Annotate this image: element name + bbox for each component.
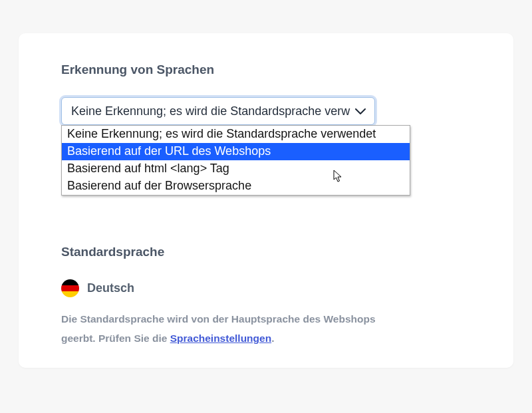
heading-default-language: Standardsprache [61, 245, 471, 259]
select-displayed-value: Keine Erkennung; es wird die Standardspr… [71, 104, 350, 118]
help-text: Die Standardsprache wird von der Hauptsp… [61, 309, 471, 348]
link-language-settings[interactable]: Spracheinstellungen [170, 333, 271, 344]
help-text-line1: Die Standardsprache wird von der Hauptsp… [61, 313, 376, 325]
settings-card: Erkennung von Sprachen Keine Erkennung; … [19, 33, 513, 368]
dropdown-option-browser[interactable]: Basierend auf der Browsersprache [62, 178, 410, 195]
dropdown-option-none[interactable]: Keine Erkennung; es wird die Standardspr… [62, 126, 410, 143]
heading-language-detection: Erkennung von Sprachen [61, 63, 471, 77]
default-language-label: Deutsch [87, 281, 134, 295]
select-wrap: Keine Erkennung; es wird die Standardspr… [61, 97, 375, 125]
help-text-line2b: . [271, 333, 274, 344]
default-language-row: Deutsch [61, 279, 471, 297]
dropdown-option-html-lang[interactable]: Basierend auf html <lang> Tag [62, 160, 410, 178]
dropdown-option-url[interactable]: Basierend auf der URL des Webshops [62, 143, 410, 160]
language-detection-dropdown: Keine Erkennung; es wird die Standardspr… [61, 125, 410, 196]
default-language-section: Standardsprache Deutsch Die Standardspra… [61, 245, 471, 348]
flag-germany-icon [61, 279, 79, 297]
language-detection-select[interactable]: Keine Erkennung; es wird die Standardspr… [61, 97, 375, 125]
help-text-line2a: geerbt. Prüfen Sie die [61, 333, 167, 344]
